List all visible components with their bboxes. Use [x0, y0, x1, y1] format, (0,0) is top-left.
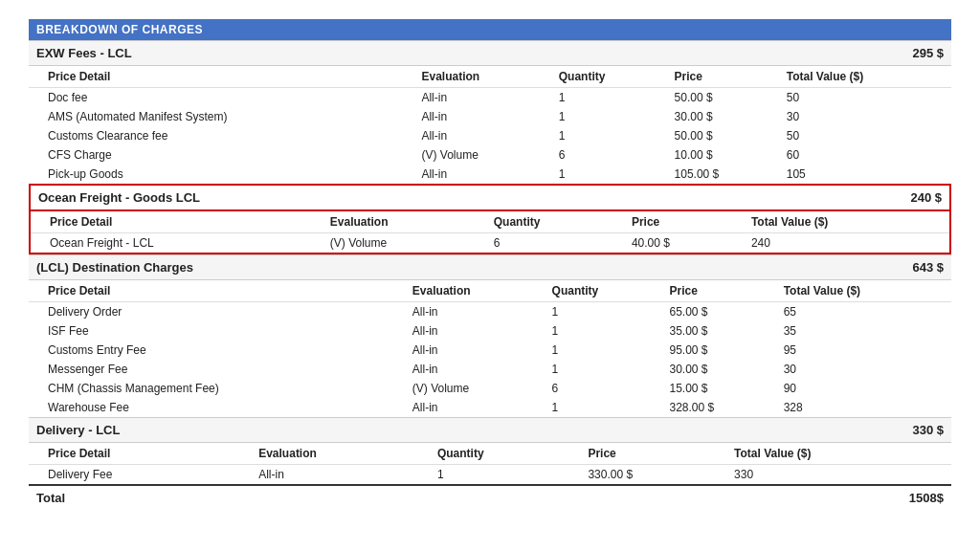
col-header-0: Price Detail [29, 443, 251, 465]
col-header-1: Evaluation [405, 280, 545, 302]
col-header-4: Total Value ($) [726, 443, 951, 465]
section-total-ocean: 240 $ [910, 190, 942, 205]
section-name-ocean: Ocean Freight - Goods LCL [38, 190, 200, 205]
section-header-destination: (LCL) Destination Charges643 $ [29, 254, 951, 280]
table-row: Delivery OrderAll-in165.00 $65 [29, 302, 951, 322]
breakdown-header: BREAKDOWN OF CHARGES [29, 19, 951, 40]
section-name-exw: EXW Fees - LCL [36, 46, 132, 60]
col-header-3: Price [580, 443, 726, 465]
table-row: CFS Charge(V) Volume610.00 $60 [29, 145, 951, 165]
col-header-2: Quantity [551, 66, 667, 88]
section-ocean: Ocean Freight - Goods LCL240 $Price Deta… [29, 184, 951, 254]
table-row: Pick-up GoodsAll-in1105.00 $105 [29, 165, 951, 184]
table-row: Customs Clearance feeAll-in150.00 $50 [29, 126, 951, 145]
table-row: CHM (Chassis Management Fee)(V) Volume61… [29, 379, 951, 398]
total-row: Total 1508$ [29, 484, 951, 510]
total-value: 1508$ [909, 491, 944, 505]
col-header-2: Quantity [430, 443, 580, 465]
col-header-4: Total Value ($) [744, 211, 949, 233]
table-ocean: Price DetailEvaluationQuantityPriceTotal… [31, 211, 949, 253]
table-row: Delivery FeeAll-in1330.00 $330 [29, 465, 951, 485]
col-header-1: Evaluation [413, 66, 550, 88]
section-delivery: Delivery - LCL330 $Price DetailEvaluatio… [29, 417, 951, 484]
table-row: Warehouse FeeAll-in1328.00 $328 [29, 398, 951, 417]
col-header-4: Total Value ($) [779, 66, 951, 88]
section-header-exw: EXW Fees - LCL295 $ [29, 40, 951, 66]
section-total-destination: 643 $ [912, 260, 944, 275]
table-row: AMS (Automated Manifest System)All-in130… [29, 107, 951, 126]
col-header-3: Price [661, 280, 775, 302]
col-header-3: Price [624, 211, 744, 233]
section-name-delivery: Delivery - LCL [36, 423, 120, 437]
section-header-delivery: Delivery - LCL330 $ [29, 417, 951, 443]
col-header-0: Price Detail [31, 211, 323, 233]
table-row: Messenger FeeAll-in130.00 $30 [29, 360, 951, 379]
table-destination: Price DetailEvaluationQuantityPriceTotal… [29, 280, 951, 417]
table-exw: Price DetailEvaluationQuantityPriceTotal… [29, 66, 951, 184]
table-row: ISF FeeAll-in135.00 $35 [29, 321, 951, 341]
table-row: Ocean Freight - LCL(V) Volume640.00 $240 [31, 233, 949, 253]
section-total-exw: 295 $ [912, 46, 944, 60]
table-row: Customs Entry FeeAll-in195.00 $95 [29, 341, 951, 360]
section-header-ocean: Ocean Freight - Goods LCL240 $ [29, 184, 951, 211]
col-header-2: Quantity [486, 211, 624, 233]
total-label: Total [36, 491, 65, 505]
section-destination: (LCL) Destination Charges643 $Price Deta… [29, 254, 951, 417]
col-header-1: Evaluation [251, 443, 430, 465]
section-total-delivery: 330 $ [912, 423, 944, 437]
col-header-4: Total Value ($) [776, 280, 951, 302]
section-exw: EXW Fees - LCL295 $Price DetailEvaluatio… [29, 40, 951, 184]
table-delivery: Price DetailEvaluationQuantityPriceTotal… [29, 443, 951, 484]
col-header-0: Price Detail [29, 66, 413, 88]
section-name-destination: (LCL) Destination Charges [36, 260, 193, 275]
col-header-1: Evaluation [323, 211, 486, 233]
col-header-2: Quantity [545, 280, 662, 302]
table-row: Doc feeAll-in150.00 $50 [29, 88, 951, 108]
col-header-0: Price Detail [29, 280, 405, 302]
col-header-3: Price [667, 66, 779, 88]
